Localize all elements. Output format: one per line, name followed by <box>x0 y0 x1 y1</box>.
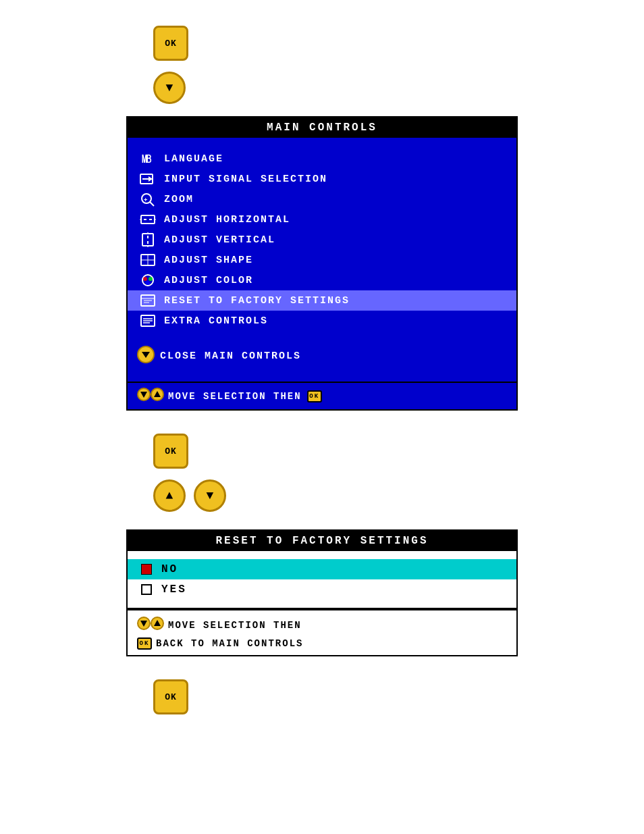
menu-item-horizontal-label: ADJUST HORIZONTAL <box>164 214 290 226</box>
hint-ok-box: OK <box>307 390 322 402</box>
menu-item-shape[interactable]: ADJUST SHAPE <box>128 250 516 270</box>
extra-icon <box>137 313 159 328</box>
svg-rect-12 <box>142 234 153 246</box>
close-main-controls[interactable]: CLOSE MAIN CONTROLS <box>128 342 516 371</box>
reset-menu: RESET TO FACTORY SETTINGS NO YES <box>126 529 518 656</box>
shape-icon <box>137 253 159 267</box>
section2-arrow-row: ▲ ▼ <box>126 479 518 512</box>
menu-item-extra[interactable]: EXTRA CONTROLS <box>128 311 516 331</box>
menu-item-extra-label: EXTRA CONTROLS <box>164 315 268 327</box>
menu-item-horizontal[interactable]: ADJUST HORIZONTAL <box>128 209 516 230</box>
vert-icon <box>137 232 159 247</box>
section3-buttons: OK <box>126 679 518 714</box>
main-controls-hint: MOVE SELECTION THEN OK <box>128 382 516 409</box>
section2-top-buttons: OK <box>126 434 518 469</box>
reset-hint-text2: BACK TO MAIN CONTROLS <box>156 638 303 649</box>
reset-item-no-label: NO <box>161 563 178 575</box>
menu-item-language-label: LANGUAGE <box>164 153 223 165</box>
menu-item-reset-label: RESET TO FACTORY SETTINGS <box>164 295 350 307</box>
page-wrapper: OK ▼ MAIN CONTROLS ㎆ LANGUAGE <box>0 0 644 834</box>
arrow-down-button-1[interactable]: ▼ <box>153 72 186 104</box>
no-icon <box>137 564 156 575</box>
ok-button-3[interactable]: OK <box>153 679 188 714</box>
svg-text:+: + <box>144 196 149 203</box>
yes-icon <box>137 584 156 595</box>
menu-item-color[interactable]: ADJUST COLOR <box>128 270 516 290</box>
hint-ok-icon: OK <box>307 390 322 402</box>
svg-point-22 <box>149 277 153 281</box>
arrow-down-button-2[interactable]: ▼ <box>194 479 226 512</box>
main-controls-body: ㎆ LANGUAGE INPUT SIGNAL SELECTION <box>128 138 516 382</box>
menu-item-shape-label: ADJUST SHAPE <box>164 255 253 266</box>
reset-menu-body: NO YES <box>128 551 516 609</box>
menu-item-color-label: ADJUST COLOR <box>164 275 253 286</box>
menu-item-language[interactable]: ㎆ LANGUAGE <box>128 149 516 169</box>
input-icon <box>137 172 159 186</box>
main-controls-menu: MAIN CONTROLS ㎆ LANGUAGE <box>126 116 518 411</box>
ok-button-1[interactable]: OK <box>153 26 188 61</box>
close-main-controls-label: CLOSE MAIN CONTROLS <box>160 350 301 362</box>
main-controls-title: MAIN CONTROLS <box>128 118 516 138</box>
reset-item-no[interactable]: NO <box>128 559 516 579</box>
menu-item-vertical-label: ADJUST VERTICAL <box>164 234 275 246</box>
reset-icon <box>137 293 159 308</box>
hint-text: MOVE SELECTION THEN <box>168 391 302 402</box>
menu-item-input[interactable]: INPUT SIGNAL SELECTION <box>128 169 516 189</box>
menu-item-zoom[interactable]: + ZOOM <box>128 189 516 209</box>
arrow-up-button-2[interactable]: ▲ <box>153 479 186 512</box>
svg-point-23 <box>146 281 150 285</box>
reset-hint-area: MOVE SELECTION THEN OK BACK TO MAIN CONT… <box>128 609 516 655</box>
horiz-icon <box>137 212 159 227</box>
reset-ok-icon: OK <box>137 637 152 650</box>
svg-text:㎆: ㎆ <box>141 153 153 165</box>
reset-hint-line1: MOVE SELECTION THEN <box>137 616 507 634</box>
ok-button-2[interactable]: OK <box>153 434 188 469</box>
reset-hint-line2: OK BACK TO MAIN CONTROLS <box>137 637 507 650</box>
close-arrow-icon <box>137 346 155 367</box>
menu-item-zoom-label: ZOOM <box>164 194 194 205</box>
reset-ok-box-icon: OK <box>137 637 152 650</box>
menu-item-vertical[interactable]: ADJUST VERTICAL <box>128 230 516 250</box>
menu-item-reset[interactable]: RESET TO FACTORY SETTINGS <box>128 290 516 311</box>
menu-item-input-label: INPUT SIGNAL SELECTION <box>164 174 327 185</box>
reset-hint-arrows-icon <box>137 616 164 634</box>
zoom-icon: + <box>137 192 159 207</box>
reset-item-yes-label: YES <box>161 583 187 596</box>
svg-rect-7 <box>141 215 155 224</box>
section1-top-buttons: OK <box>126 26 518 61</box>
color-icon <box>137 273 159 288</box>
hint-arrows-icon <box>137 387 164 405</box>
reset-menu-title: RESET TO FACTORY SETTINGS <box>128 531 516 551</box>
language-icon: ㎆ <box>137 151 159 166</box>
reset-hint-text1: MOVE SELECTION THEN <box>168 620 302 631</box>
svg-point-21 <box>143 277 147 281</box>
section1-arrow-row: ▼ <box>126 72 518 104</box>
reset-item-yes[interactable]: YES <box>128 579 516 600</box>
svg-line-5 <box>150 202 154 206</box>
